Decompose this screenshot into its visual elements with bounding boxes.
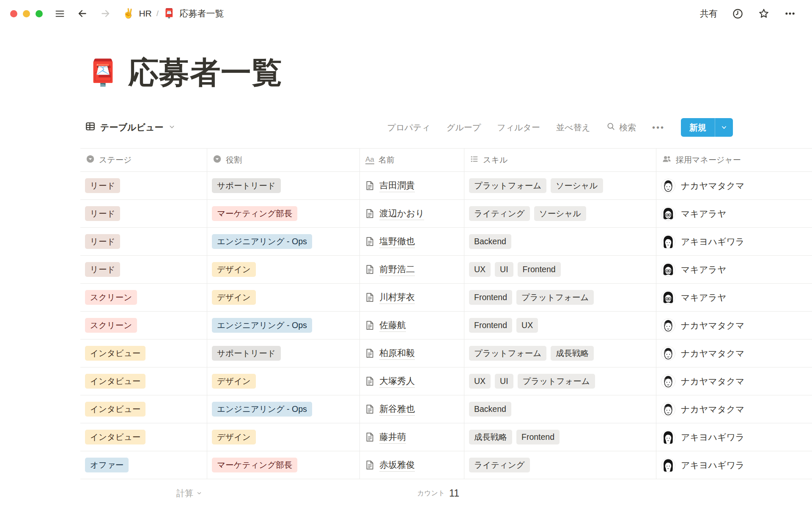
search-button[interactable]: 検索 <box>606 122 636 133</box>
updates-clock-icon[interactable] <box>732 8 743 19</box>
new-button[interactable]: 新規 <box>681 118 733 137</box>
applicant-name[interactable]: 新谷雅也 <box>379 403 415 416</box>
column-header-manager[interactable]: 採用マネージャー <box>656 149 812 171</box>
table-row[interactable]: リードエンジニアリング - Ops塩野徹也Backendアキヨハギワラ <box>80 228 812 256</box>
role-cell[interactable]: エンジニアリング - Ops <box>207 395 360 423</box>
name-cell[interactable]: 藤井萌 <box>360 423 464 451</box>
view-more-icon[interactable]: ••• <box>652 123 665 133</box>
footer-role-cell[interactable] <box>207 479 360 507</box>
role-cell[interactable]: デザイン <box>207 423 360 451</box>
stage-cell[interactable]: インタビュー <box>80 395 207 423</box>
role-cell[interactable]: エンジニアリング - Ops <box>207 312 360 339</box>
zoom-window-button[interactable] <box>36 10 43 17</box>
stage-cell[interactable]: スクリーン <box>80 284 207 311</box>
table-row[interactable]: リードサポートリード吉田潤貴プラットフォームソーシャルナカヤマタクマ <box>80 172 812 200</box>
stage-cell[interactable]: リード <box>80 228 207 255</box>
manager-cell[interactable]: ナカヤマタクマ <box>656 395 812 423</box>
applicant-name[interactable]: 塩野徹也 <box>379 235 415 248</box>
applicant-name[interactable]: 前野浩二 <box>379 263 415 276</box>
applicant-name[interactable]: 柏原和毅 <box>379 347 415 360</box>
skills-cell[interactable]: 成長戦略Frontend <box>464 423 656 451</box>
column-header-skills[interactable]: スキル <box>464 149 656 171</box>
new-button-chevron-icon[interactable] <box>715 118 733 137</box>
new-button-label[interactable]: 新規 <box>681 118 715 137</box>
role-cell[interactable]: エンジニアリング - Ops <box>207 228 360 255</box>
footer-manager-cell[interactable] <box>656 479 812 507</box>
name-cell[interactable]: 大塚秀人 <box>360 367 464 395</box>
role-cell[interactable]: サポートリード <box>207 172 360 199</box>
stage-cell[interactable]: オファー <box>80 451 207 479</box>
name-cell[interactable]: 赤坂雅俊 <box>360 451 464 479</box>
role-cell[interactable]: デザイン <box>207 256 360 283</box>
manager-cell[interactable]: ナカヤマタクマ <box>656 312 812 339</box>
name-cell[interactable]: 佐藤航 <box>360 312 464 339</box>
applicant-name[interactable]: 川村芽衣 <box>379 291 415 304</box>
skills-cell[interactable]: プラットフォーム成長戦略 <box>464 340 656 367</box>
close-window-button[interactable] <box>10 10 17 17</box>
column-header-name[interactable]: Aa 名前 <box>360 149 464 171</box>
stage-cell[interactable]: リード <box>80 172 207 199</box>
applicant-name[interactable]: 赤坂雅俊 <box>379 459 415 472</box>
share-button[interactable]: 共有 <box>700 8 718 19</box>
name-cell[interactable]: 川村芽衣 <box>360 284 464 311</box>
role-cell[interactable]: デザイン <box>207 367 360 395</box>
table-row[interactable]: インタビューデザイン大塚秀人UXUIプラットフォームナカヤマタクマ <box>80 367 812 395</box>
table-row[interactable]: スクリーンエンジニアリング - Ops佐藤航FrontendUXナカヤマタクマ <box>80 312 812 340</box>
table-row[interactable]: リードデザイン前野浩二UXUIFrontendマキアラヤ <box>80 256 812 284</box>
name-cell[interactable]: 吉田潤貴 <box>360 172 464 199</box>
table-row[interactable]: インタビューサポートリード柏原和毅プラットフォーム成長戦略ナカヤマタクマ <box>80 340 812 367</box>
table-row[interactable]: インタビューデザイン藤井萌成長戦略Frontendアキヨハギワラ <box>80 423 812 451</box>
manager-cell[interactable]: ナカヤマタクマ <box>656 367 812 395</box>
calculate-button[interactable]: 計算 <box>80 479 207 507</box>
name-cell[interactable]: 柏原和毅 <box>360 340 464 367</box>
page-title[interactable]: 応募者一覧 <box>128 52 283 93</box>
skills-cell[interactable]: Backend <box>464 228 656 255</box>
more-options-icon[interactable] <box>784 8 796 19</box>
name-cell[interactable]: 前野浩二 <box>360 256 464 283</box>
stage-cell[interactable]: インタビュー <box>80 340 207 367</box>
applicant-name[interactable]: 吉田潤貴 <box>379 179 415 192</box>
manager-cell[interactable]: マキアラヤ <box>656 200 812 227</box>
footer-skills-cell[interactable] <box>464 479 656 507</box>
applicant-name[interactable]: 藤井萌 <box>379 431 406 444</box>
skills-cell[interactable]: ライティングソーシャル <box>464 200 656 227</box>
column-header-role[interactable]: 役割 <box>207 149 360 171</box>
group-button[interactable]: グループ <box>447 122 481 133</box>
minimize-window-button[interactable] <box>23 10 30 17</box>
stage-cell[interactable]: リード <box>80 256 207 283</box>
stage-cell[interactable]: インタビュー <box>80 423 207 451</box>
name-cell[interactable]: 新谷雅也 <box>360 395 464 423</box>
role-cell[interactable]: サポートリード <box>207 340 360 367</box>
manager-cell[interactable]: ナカヤマタクマ <box>656 172 812 199</box>
stage-cell[interactable]: インタビュー <box>80 367 207 395</box>
skills-cell[interactable]: Frontendプラットフォーム <box>464 284 656 311</box>
sort-button[interactable]: 並べ替え <box>556 122 590 133</box>
skills-cell[interactable]: プラットフォームソーシャル <box>464 172 656 199</box>
breadcrumb-workspace[interactable]: HR <box>139 8 151 19</box>
skills-cell[interactable]: FrontendUX <box>464 312 656 339</box>
table-row[interactable]: スクリーンデザイン川村芽衣Frontendプラットフォームマキアラヤ <box>80 284 812 312</box>
back-arrow-icon[interactable] <box>77 8 88 19</box>
skills-cell[interactable]: Backend <box>464 395 656 423</box>
role-cell[interactable]: マーケティング部長 <box>207 451 360 479</box>
table-row[interactable]: インタビューエンジニアリング - Ops新谷雅也Backendナカヤマタクマ <box>80 395 812 423</box>
skills-cell[interactable]: UXUIFrontend <box>464 256 656 283</box>
manager-cell[interactable]: アキヨハギワラ <box>656 228 812 255</box>
stage-cell[interactable]: リード <box>80 200 207 227</box>
role-cell[interactable]: デザイン <box>207 284 360 311</box>
table-row[interactable]: リードマーケティング部長渡辺かおりライティングソーシャルマキアラヤ <box>80 200 812 228</box>
favorite-star-icon[interactable] <box>758 8 770 19</box>
manager-cell[interactable]: アキヨハギワラ <box>656 451 812 479</box>
name-cell[interactable]: 塩野徹也 <box>360 228 464 255</box>
applicant-name[interactable]: 大塚秀人 <box>379 375 415 388</box>
breadcrumb-page[interactable]: 応募者一覧 <box>180 8 224 19</box>
column-header-stage[interactable]: ステージ <box>80 149 207 171</box>
filter-button[interactable]: フィルター <box>497 122 540 133</box>
properties-button[interactable]: プロパティ <box>387 122 430 133</box>
skills-cell[interactable]: ライティング <box>464 451 656 479</box>
manager-cell[interactable]: ナカヤマタクマ <box>656 340 812 367</box>
page-title-emoji-icon[interactable]: 📮 <box>87 60 119 86</box>
count-aggregate[interactable]: カウント 11 <box>360 479 464 507</box>
sidebar-menu-icon[interactable] <box>55 8 65 19</box>
table-view-tab[interactable]: テーブルビュー <box>85 121 176 134</box>
